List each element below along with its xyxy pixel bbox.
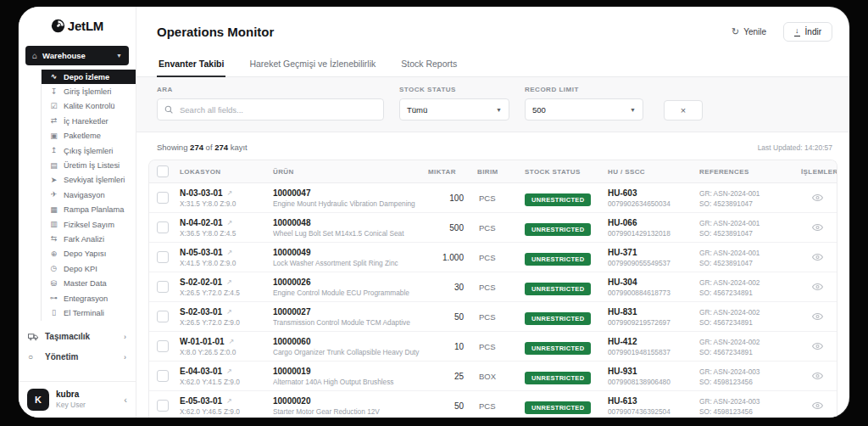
worklist-icon: ▤ [49, 162, 58, 170]
sidebar-item[interactable]: ▤ Üretim İş Listesi [42, 158, 136, 172]
download-icon: ↓ [794, 27, 800, 36]
database-icon: ⛁ [49, 280, 58, 288]
location-code[interactable]: S-02-03-01 [180, 307, 222, 317]
location-code[interactable]: W-01-01-01 [180, 337, 225, 346]
location-code[interactable]: N-05-03-01 [180, 248, 223, 257]
internal-moves-icon: ⇄ [49, 117, 58, 125]
table-row[interactable]: S-02-02-01 ↗ X:26.5 Y:72.0 Z:4.5 1000002… [149, 272, 837, 302]
product-code: 10000049 [273, 248, 421, 257]
table-row[interactable]: W-01-01-01 ↗ X:8.0 Y:26.5 Z:0.0 10000060… [149, 332, 837, 362]
row-checkbox[interactable] [157, 311, 169, 322]
record-limit-select[interactable]: 500 ▼ [525, 98, 643, 121]
sidebar-group[interactable]: Taşımacılık › [19, 327, 136, 347]
refresh-button[interactable]: ↻ Yenile [726, 26, 771, 37]
column-header[interactable]: BIRIM [474, 168, 521, 176]
sidebar-item[interactable]: ✈ Navigasyon [42, 188, 136, 202]
external-link-icon[interactable]: ↗ [226, 308, 232, 316]
product-code: 10000060 [273, 337, 421, 346]
location-code[interactable]: E-04-03-01 [180, 367, 222, 376]
sidebar-item[interactable]: ↧ Giriş İşlemleri [42, 84, 136, 98]
brand-logo[interactable]: JetLM [19, 7, 136, 44]
external-link-icon[interactable]: ↗ [227, 249, 233, 256]
sidebar-item[interactable]: ⇄ İç Hareketler [42, 114, 136, 128]
sidebar-item[interactable]: ⇆ Fark Analizi [42, 232, 136, 246]
view-details-eye-icon[interactable] [812, 312, 823, 321]
table-row[interactable]: E-04-03-01 ↗ X:62.0 Y:41.5 Z:9.0 1000001… [149, 362, 837, 391]
view-details-eye-icon[interactable] [812, 283, 823, 291]
sidebar-item[interactable]: ↥ Çıkış İşlemleri [42, 143, 136, 158]
sidebar-item[interactable]: ▥ Fiziksel Sayım [42, 217, 136, 232]
column-header[interactable]: MIKTAR [425, 168, 474, 176]
tab[interactable]: Envanter Takibi [157, 53, 225, 76]
sidebar-item[interactable]: ⊶ Entegrasyon [42, 291, 136, 305]
row-checkbox[interactable] [157, 192, 169, 204]
sidebar-item[interactable]: ▦ Rampa Planlama [42, 203, 136, 217]
column-header[interactable]: HU / SSCC [604, 168, 696, 176]
location-code[interactable]: S-02-02-01 [180, 277, 222, 287]
sidebar-group[interactable]: ○ Yönetim › [19, 347, 136, 367]
tab[interactable]: Hareket Geçmişi ve İzlenebilirlik [248, 53, 377, 76]
sidebar-collapse-icon[interactable]: ‹ [124, 395, 127, 405]
sidebar-item[interactable]: ▯ El Terminali [42, 305, 136, 320]
user-avatar[interactable]: K [27, 389, 49, 411]
download-button[interactable]: ↓ İndir [783, 22, 832, 42]
external-link-icon[interactable]: ↗ [227, 189, 233, 197]
view-details-eye-icon[interactable] [812, 342, 823, 350]
external-link-icon[interactable]: ↗ [229, 338, 235, 345]
table-row[interactable]: N-03-03-01 ↗ X:31.5 Y:8.0 Z:9.0 10000047… [149, 183, 837, 213]
view-details-eye-icon[interactable] [812, 401, 823, 410]
column-header[interactable]: ÜRÜN [270, 168, 425, 176]
stock-status-select[interactable]: Tümü ▼ [399, 98, 509, 121]
sidebar-item[interactable]: ⊕ Depo Yapısı [42, 247, 136, 261]
shown-count: 274 [190, 143, 203, 152]
tab[interactable]: Stock Reports [399, 53, 459, 76]
select-all-checkbox[interactable] [157, 165, 169, 177]
table-row[interactable]: N-04-02-01 ↗ X:36.5 Y:8.0 Z:4.5 10000048… [149, 213, 837, 243]
sidebar-item[interactable]: ◷ Depo KPI [42, 261, 136, 276]
sidebar-section-warehouse[interactable]: ⌂ Warehouse ▼ [25, 46, 129, 65]
sidebar-item-label: Fiziksel Sayım [64, 221, 114, 229]
sidebar-item-label: Kalite Kontrolü [64, 102, 114, 110]
view-details-eye-icon[interactable] [812, 253, 823, 261]
clear-filters-button[interactable]: × [664, 100, 703, 121]
stock-status-value: Tümü [407, 105, 427, 115]
column-header[interactable]: İŞLEMLER [798, 168, 837, 176]
inventory-table: LOKASYON ÜRÜN MIKTAR BIRIM STOCK STATUS … [148, 160, 837, 418]
row-checkbox[interactable] [157, 370, 169, 382]
row-checkbox[interactable] [157, 221, 169, 233]
view-details-eye-icon[interactable] [812, 193, 823, 202]
table-row[interactable]: S-02-03-01 ↗ X:26.5 Y:72.0 Z:9.0 1000002… [149, 302, 837, 332]
external-link-icon[interactable]: ↗ [226, 367, 232, 375]
sidebar-item[interactable]: ∿ Depo İzleme [42, 70, 136, 84]
product-description: Lock Washer Assortment Split Ring Zinc [273, 259, 421, 267]
sidebar-item[interactable]: ➤ Sevkiyat İşlemleri [42, 173, 136, 188]
user-role: Key User [56, 401, 86, 410]
location-code[interactable]: N-04-02-01 [180, 218, 223, 227]
column-header[interactable]: LOKASYON [176, 168, 270, 176]
row-checkbox[interactable] [157, 251, 169, 263]
sidebar-item[interactable]: ☑ Kalite Kontrolü [42, 99, 136, 114]
sidebar-item[interactable]: ▣ Paketleme [42, 129, 136, 143]
download-label: İndir [805, 27, 821, 36]
chevron-right-icon: › [124, 333, 126, 341]
view-details-eye-icon[interactable] [812, 223, 823, 232]
product-code: 10000048 [273, 218, 421, 227]
row-checkbox[interactable] [157, 281, 169, 293]
reference-gr: GR: ASN-2024-001 [699, 219, 794, 227]
location-code[interactable]: N-03-03-01 [180, 188, 223, 198]
external-link-icon[interactable]: ↗ [226, 397, 232, 405]
product-code: 10000026 [273, 277, 421, 287]
search-input[interactable] [178, 104, 376, 115]
row-checkbox[interactable] [157, 400, 169, 412]
external-link-icon[interactable]: ↗ [226, 278, 232, 286]
view-details-eye-icon[interactable] [812, 372, 823, 380]
table-row[interactable]: E-05-03-01 ↗ X:62.0 Y:46.5 Z:9.0 1000002… [149, 391, 837, 418]
sidebar-item[interactable]: ⛁ Master Data [42, 276, 136, 290]
column-header[interactable]: STOCK STATUS [521, 168, 604, 176]
unit: PCS [474, 312, 521, 322]
location-code[interactable]: E-05-03-01 [180, 396, 222, 406]
external-link-icon[interactable]: ↗ [227, 219, 233, 227]
table-row[interactable]: N-05-03-01 ↗ X:41.5 Y:8.0 Z:9.0 10000049… [149, 243, 837, 272]
row-checkbox[interactable] [157, 340, 169, 352]
column-header[interactable]: REFERENCES [696, 168, 798, 176]
